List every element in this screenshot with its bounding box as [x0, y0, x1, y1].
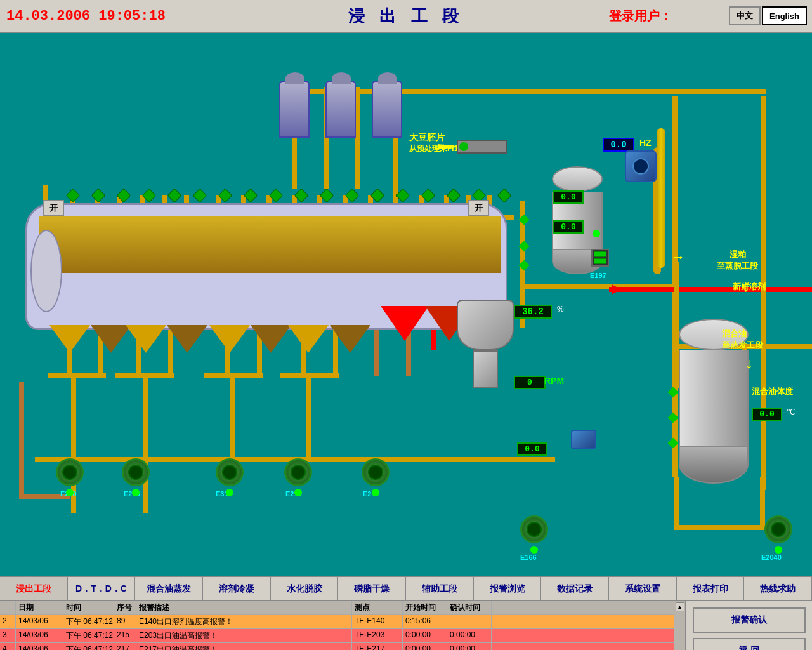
indicator-e211 [372, 489, 379, 496]
alarm-header: 日期 时间 序号 报警描述 测点 开始时间 确认时间 [0, 601, 674, 615]
svg-rect-52 [230, 376, 235, 458]
alarm-row-3: 3 14/03/06 下午 06:47:12 215 E203出口油温高报警！ … [0, 629, 674, 643]
login-label: 登录用户： [609, 8, 672, 25]
nav-mixed-oil-evap[interactable]: 混合油蒸发 [135, 577, 203, 600]
pump-e213 [284, 458, 312, 486]
pump-val-display: 0.0 [517, 442, 547, 456]
nav-solvent-cond[interactable]: 溶剂冷凝 [203, 577, 271, 600]
page-title: 浸 出 工 段 [348, 5, 464, 27]
scroll-up[interactable]: ▲ [676, 602, 684, 611]
nav-lecithin-dry[interactable]: 磷脂干燥 [338, 577, 406, 600]
mix-oil-arrow: ↓ [745, 354, 753, 372]
alarm-row-2: 2 14/03/06 下午 06:47:12 89 E140出口溶剂温度高报警！… [0, 615, 674, 629]
svg-rect-57 [374, 325, 379, 376]
feed-conveyor [457, 140, 508, 154]
hopper-4 [167, 325, 207, 353]
pump-e218 [122, 458, 150, 486]
indicator-e218 [132, 489, 140, 496]
svg-rect-43 [115, 373, 174, 378]
indicator-e315 [226, 489, 233, 496]
level2-display: 0.0 [553, 220, 584, 234]
nav-leaching[interactable]: 浸出工段 [0, 577, 68, 600]
hopper-1 [49, 325, 90, 353]
nav-data-rec[interactable]: 数据记录 [541, 577, 609, 600]
navigation-bar: 浸出工段 D．T．D．C 混合油蒸发 溶剂冷凝 水化脱胶 磷脂干燥 辅助工段 报… [0, 576, 812, 601]
fresh-solvent-label: 新鲜溶剂 [733, 281, 766, 293]
nav-hotline[interactable]: 热线求助 [744, 577, 812, 600]
lang-en-button[interactable]: English [762, 6, 807, 25]
svg-rect-87 [668, 438, 679, 449]
svg-rect-44 [71, 376, 76, 458]
alarm-scrollbar[interactable]: ▲ ▼ [674, 601, 685, 650]
pump-e166 [520, 515, 548, 543]
indicator-e210 [66, 489, 74, 496]
language-switcher: 中文 English [729, 6, 807, 25]
hopper-3 [126, 325, 166, 353]
process-diagram: 大豆胚片 从预处理来FI18 [0, 33, 812, 576]
pump-e315 [216, 458, 244, 486]
material-bed [39, 216, 501, 273]
equip-e166: E166 [520, 554, 537, 561]
rpm-display: 0 [514, 376, 546, 389]
alarm-table: 日期 时间 序号 报警描述 测点 开始时间 确认时间 2 14/03/06 下午… [0, 601, 812, 650]
datetime-display: 14.03.2006 19:05:18 [6, 8, 166, 24]
lang-zh-button[interactable]: 中文 [729, 6, 761, 25]
control-module [591, 249, 609, 267]
level3-display: 36.2 [514, 305, 552, 319]
svg-marker-70 [612, 284, 622, 295]
screw-conveyor [657, 128, 665, 268]
svg-rect-82 [519, 215, 530, 225]
svg-rect-78 [760, 477, 765, 528]
svg-rect-69 [609, 287, 812, 292]
svg-rect-79 [674, 525, 766, 530]
hopper-7 [288, 325, 329, 353]
equip-e197: E197 [590, 272, 606, 279]
level1-display: 0.0 [553, 190, 584, 204]
screw-arrow: → [671, 249, 685, 265]
mix-oil-label: 混合油体度 [752, 385, 793, 397]
svg-rect-75 [674, 262, 679, 388]
equip-e2040: E2040 [761, 554, 782, 561]
nav-degumming[interactable]: 水化脱胶 [271, 577, 339, 600]
mix-oil-evap-label: 混合油 至蒸发工段 [722, 328, 763, 351]
svg-rect-67 [672, 96, 678, 477]
alarm-confirm-button[interactable]: 报警确认 [693, 607, 806, 633]
hopper-6 [251, 325, 291, 353]
svg-rect-74 [393, 89, 766, 94]
indicator-e213 [294, 489, 302, 496]
alarm-action-buttons: 报警确认 返 回 [685, 601, 812, 650]
nav-aux[interactable]: 辅助工段 [406, 577, 474, 600]
svg-rect-51 [204, 373, 263, 378]
svg-rect-84 [519, 260, 530, 271]
nav-dtdc[interactable]: D．T．D．C [68, 577, 136, 600]
open-button-1[interactable]: 开 [43, 200, 64, 216]
condenser-area [279, 81, 402, 138]
svg-rect-68 [520, 284, 672, 289]
hopper-red-1 [381, 306, 429, 341]
hz-display: 0.0 [603, 138, 634, 152]
open-button-2[interactable]: 开 [468, 200, 489, 216]
svg-rect-45 [143, 376, 148, 458]
svg-rect-40 [48, 373, 106, 378]
svg-rect-80 [19, 382, 24, 496]
indicator-e166 [530, 546, 538, 554]
pump-right [571, 430, 596, 449]
hopper-8 [330, 325, 370, 353]
mix-oil-display: 0.0 [752, 408, 782, 421]
spray-valves-row [60, 190, 517, 201]
back-button[interactable]: 返 回 [693, 638, 806, 650]
pump-e211 [362, 458, 390, 486]
nav-sys-settings[interactable]: 系统设置 [609, 577, 677, 600]
separator-vessel [457, 300, 514, 382]
svg-rect-77 [674, 477, 679, 528]
svg-rect-73 [761, 96, 766, 490]
svg-rect-83 [519, 241, 530, 252]
nav-reports[interactable]: 报表打印 [677, 577, 745, 600]
conveyor-drive-left [30, 230, 62, 312]
alarm-list: 日期 时间 序号 报警描述 测点 开始时间 确认时间 2 14/03/06 下午… [0, 601, 674, 650]
nav-alarm[interactable]: 报警浏览 [474, 577, 542, 600]
pump-e210 [56, 458, 84, 486]
alarm-row-4: 4 14/03/06 下午 06:47:12 217 E217出口油温高报警！ … [0, 643, 674, 650]
from-pretreat-label: 从预处理来FI18 [409, 142, 462, 154]
svg-rect-85 [668, 387, 679, 398]
